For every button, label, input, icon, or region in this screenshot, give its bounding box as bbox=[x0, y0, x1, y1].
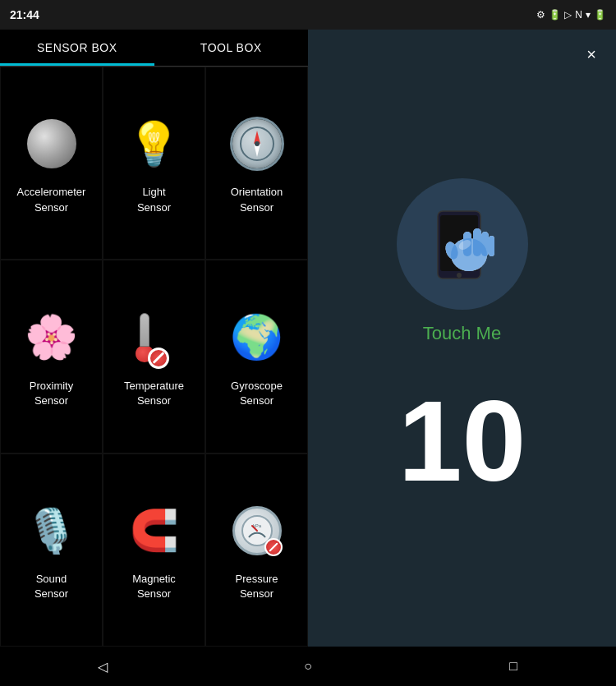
light-icon: 💡 bbox=[122, 111, 187, 177]
magnetic-label: MagneticSensor bbox=[132, 572, 176, 601]
sensor-item-accelerometer[interactable]: AccelerometerSensor bbox=[0, 67, 103, 260]
svg-rect-19 bbox=[481, 232, 489, 256]
sensor-item-proximity[interactable]: 🌸 ProximitySensor bbox=[0, 260, 103, 453]
left-panel: SENSOR BOX TOOL BOX AccelerometerSensor … bbox=[0, 30, 308, 647]
nav-bar: ◁ ○ □ bbox=[0, 647, 616, 686]
svg-point-3 bbox=[255, 141, 260, 146]
sound-icon: 🎙️ bbox=[19, 498, 85, 564]
sensor-item-pressure[interactable]: kPa PressureSensor bbox=[205, 453, 308, 647]
temperature-label: TemperatureSensor bbox=[124, 379, 184, 408]
gyroscope-icon: 🌍 bbox=[224, 305, 290, 371]
tab-sensor-box[interactable]: SENSOR BOX bbox=[0, 30, 154, 66]
magnetic-icon: 🧲 bbox=[122, 498, 187, 564]
wifi-icon: ▾ bbox=[586, 9, 591, 21]
sensor-grid: AccelerometerSensor 💡 LightSensor bbox=[0, 67, 308, 647]
cast-icon: ▷ bbox=[564, 9, 572, 21]
svg-point-9 bbox=[457, 273, 462, 278]
proximity-icon: 🌸 bbox=[19, 305, 85, 371]
close-button[interactable]: × bbox=[578, 41, 605, 67]
battery-icon: 🔋 bbox=[594, 9, 606, 21]
touch-area: Touch Me bbox=[397, 178, 528, 351]
count-value: 10 bbox=[398, 384, 526, 499]
pressure-label: PressureSensor bbox=[235, 572, 278, 601]
accelerometer-label: AccelerometerSensor bbox=[17, 185, 86, 214]
sensor-item-gyroscope[interactable]: 🌍 GyroscopeSensor bbox=[205, 260, 308, 453]
sensor-item-magnetic[interactable]: 🧲 MagneticSensor bbox=[103, 453, 205, 647]
sensor-item-light[interactable]: 💡 LightSensor bbox=[103, 67, 205, 260]
recents-button[interactable]: □ bbox=[489, 651, 538, 681]
svg-rect-20 bbox=[489, 236, 494, 256]
orientation-label: OrientationSensor bbox=[231, 185, 283, 214]
sensor-item-sound[interactable]: 🎙️ SoundSensor bbox=[0, 453, 103, 647]
proximity-label: ProximitySensor bbox=[30, 379, 73, 408]
accelerometer-icon bbox=[19, 111, 85, 177]
phone-touch-svg bbox=[417, 199, 508, 289]
sensor-item-temperature[interactable]: TemperatureSensor bbox=[103, 260, 205, 453]
home-button[interactable]: ○ bbox=[283, 651, 333, 681]
status-time: 21:44 bbox=[10, 8, 39, 21]
svg-rect-18 bbox=[473, 228, 481, 256]
temperature-icon bbox=[122, 305, 187, 371]
battery-saver-icon: 🔋 bbox=[549, 9, 561, 21]
light-label: LightSensor bbox=[137, 185, 171, 214]
sensor-item-orientation[interactable]: OrientationSensor bbox=[205, 67, 308, 260]
status-bar: 21:44 ⚙ 🔋 ▷ N ▾ 🔋 bbox=[0, 0, 616, 30]
right-panel: × bbox=[308, 30, 616, 647]
settings-icon: ⚙ bbox=[536, 9, 545, 21]
pressure-icon: kPa bbox=[224, 498, 290, 564]
tab-tool-box[interactable]: TOOL BOX bbox=[154, 30, 309, 66]
touch-phone-icon[interactable] bbox=[397, 178, 528, 310]
main-container: SENSOR BOX TOOL BOX AccelerometerSensor … bbox=[0, 30, 616, 647]
status-icons: ⚙ 🔋 ▷ N ▾ 🔋 bbox=[536, 9, 606, 21]
touch-me-label: Touch Me bbox=[423, 323, 501, 344]
signal-text: N bbox=[575, 9, 582, 21]
sound-label: SoundSensor bbox=[34, 572, 68, 601]
orientation-icon bbox=[224, 111, 290, 177]
back-button[interactable]: ◁ bbox=[78, 651, 127, 681]
gyroscope-label: GyroscopeSensor bbox=[231, 379, 283, 408]
tab-bar: SENSOR BOX TOOL BOX bbox=[0, 30, 308, 67]
